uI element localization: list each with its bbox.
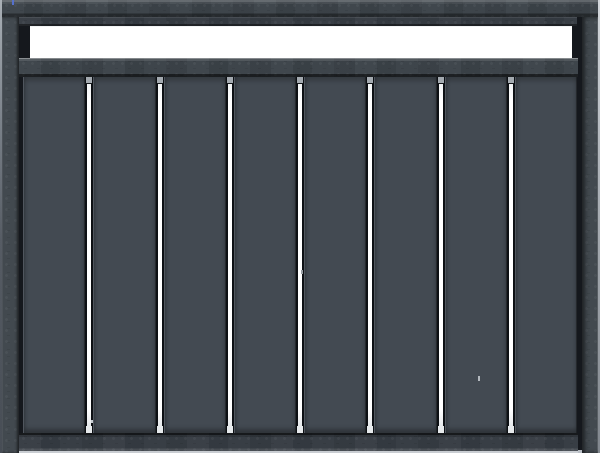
speck-artifact: [91, 420, 93, 423]
slat-gap-bottom-clip: [438, 426, 444, 433]
speck-artifact: [301, 270, 303, 274]
left-post: [2, 17, 19, 453]
blue-tick-artifact: [12, 0, 14, 5]
fence-slat: [374, 77, 436, 433]
slat-gap-light: [228, 81, 232, 429]
slat-gap-top-clip: [438, 77, 444, 84]
panel-bottom-rail-shading: [19, 433, 578, 451]
slat-gap: [156, 77, 164, 433]
fence-slat: [234, 77, 296, 433]
panel-top-rail-shading: [19, 58, 578, 77]
panel-bottom-rail: [19, 433, 578, 451]
slat-gap-top-clip: [508, 77, 514, 84]
right-post: [582, 17, 598, 453]
cap-rail: [2, 0, 598, 17]
open-slot-window: [30, 26, 572, 59]
slat-gap: [507, 77, 515, 433]
upper-cross-rail-shading: [19, 17, 577, 26]
slat-gap-bottom-clip: [227, 426, 233, 433]
board-row: [23, 77, 577, 433]
slat-gap: [296, 77, 304, 433]
slat-gap: [366, 77, 374, 433]
slat-gap-bottom-clip: [157, 426, 163, 433]
cap-rail-shading: [2, 0, 598, 17]
fence-slat: [445, 77, 507, 433]
slat-gap-top-clip: [227, 77, 233, 84]
slat-gap-top-clip: [86, 77, 92, 84]
slat-gap-bottom-clip: [367, 426, 373, 433]
speck-artifact: [478, 376, 480, 381]
slat-gap-light: [87, 81, 91, 429]
upper-cross-rail: [19, 17, 577, 26]
slat-gap: [85, 77, 93, 433]
slat-gap-light: [368, 81, 372, 429]
slat-gap-light: [509, 81, 513, 429]
panel-top-rail: [19, 58, 578, 77]
fence-slat: [93, 77, 155, 433]
fence-slat: [515, 77, 577, 433]
slat-gap-light: [439, 81, 443, 429]
slat-gap-light: [158, 81, 162, 429]
fence-panel-render: [0, 0, 600, 453]
slat-gap-bottom-clip: [86, 426, 92, 433]
slat-gap-top-clip: [157, 77, 163, 84]
fence-slat: [164, 77, 226, 433]
slat-gap-bottom-clip: [508, 426, 514, 433]
slat-gap: [437, 77, 445, 433]
slat-gap-bottom-clip: [297, 426, 303, 433]
fence-slat: [23, 77, 85, 433]
slat-gap: [226, 77, 234, 433]
slat-gap-light: [298, 81, 302, 429]
slat-gap-top-clip: [297, 77, 303, 84]
slat-gap-top-clip: [367, 77, 373, 84]
fence-slat: [304, 77, 366, 433]
